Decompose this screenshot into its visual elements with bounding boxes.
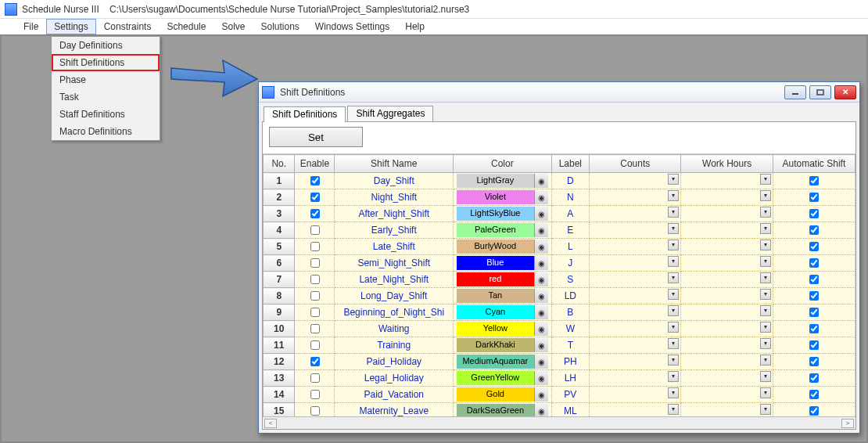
automatic-shift-checkbox[interactable] <box>809 390 819 399</box>
shift-name-cell[interactable]: Late_Night_Shift <box>335 272 454 288</box>
dropdown-icon[interactable]: ▾ <box>760 272 771 283</box>
dropdown-icon[interactable]: ▾ <box>760 240 771 250</box>
dropdown-icon[interactable]: ▾ <box>668 322 679 333</box>
color-picker-button[interactable]: ◉ <box>534 256 548 270</box>
enable-checkbox[interactable] <box>310 242 320 251</box>
column-header[interactable]: Enable <box>295 155 335 173</box>
workhours-cell[interactable]: ▾ <box>681 255 773 272</box>
label-cell[interactable]: J <box>551 255 590 272</box>
row-number[interactable]: 4 <box>264 222 295 239</box>
dropdown-icon[interactable]: ▾ <box>760 256 771 267</box>
dialog-titlebar[interactable]: Shift Definitions ✕ <box>259 82 859 103</box>
label-cell[interactable]: PV <box>551 387 590 403</box>
enable-cell[interactable] <box>295 255 335 272</box>
row-number[interactable]: 14 <box>264 387 295 403</box>
enable-cell[interactable] <box>295 370 335 387</box>
dropdown-icon[interactable]: ▾ <box>760 289 771 300</box>
color-cell[interactable]: Violet◉ <box>454 189 551 206</box>
row-number[interactable]: 6 <box>264 255 295 272</box>
counts-cell[interactable]: ▾ <box>590 272 681 288</box>
workhours-cell[interactable]: ▾ <box>681 173 773 189</box>
menu-solutions[interactable]: Solutions <box>253 19 307 34</box>
counts-cell[interactable]: ▾ <box>590 354 681 370</box>
shift-name-cell[interactable]: Day_Shift <box>335 173 454 189</box>
color-picker-button[interactable]: ◉ <box>534 289 548 303</box>
color-picker-button[interactable]: ◉ <box>534 207 548 221</box>
dropdown-icon[interactable]: ▾ <box>760 371 771 382</box>
color-cell[interactable]: Blue◉ <box>454 255 551 272</box>
color-cell[interactable]: MediumAquamar◉ <box>454 354 551 370</box>
dropdown-item-staff-definitions[interactable]: Staff Definitions <box>52 106 160 123</box>
dropdown-icon[interactable]: ▾ <box>668 207 679 218</box>
dropdown-icon[interactable]: ▾ <box>760 322 771 333</box>
label-cell[interactable]: L <box>551 239 590 255</box>
row-number[interactable]: 3 <box>264 206 295 222</box>
shift-name-cell[interactable]: Night_Shift <box>335 189 454 206</box>
enable-checkbox[interactable] <box>310 176 320 185</box>
dropdown-icon[interactable]: ▾ <box>668 272 679 283</box>
color-cell[interactable]: red◉ <box>454 272 551 288</box>
counts-cell[interactable]: ▾ <box>590 173 681 189</box>
shift-name-cell[interactable]: Waiting <box>335 321 454 337</box>
maximize-button[interactable] <box>809 85 831 99</box>
color-cell[interactable]: DarkKhaki◉ <box>454 337 551 354</box>
automatic-shift-cell[interactable] <box>773 321 855 337</box>
enable-checkbox[interactable] <box>310 390 320 399</box>
dropdown-icon[interactable]: ▾ <box>668 256 679 267</box>
label-cell[interactable]: T <box>551 337 590 354</box>
automatic-shift-cell[interactable] <box>773 403 855 417</box>
workhours-cell[interactable]: ▾ <box>681 222 773 239</box>
enable-checkbox[interactable] <box>310 308 320 317</box>
counts-cell[interactable]: ▾ <box>590 387 681 403</box>
menu-file[interactable]: File <box>16 19 46 34</box>
color-cell[interactable]: LightSkyBlue◉ <box>454 206 551 222</box>
close-button[interactable]: ✕ <box>834 85 856 99</box>
dropdown-icon[interactable]: ▾ <box>668 404 679 415</box>
label-cell[interactable]: A <box>551 206 590 222</box>
counts-cell[interactable]: ▾ <box>590 370 681 387</box>
enable-cell[interactable] <box>295 206 335 222</box>
shift-name-cell[interactable]: Long_Day_Shift <box>335 288 454 304</box>
label-cell[interactable]: E <box>551 222 590 239</box>
color-cell[interactable]: Cyan◉ <box>454 304 551 321</box>
workhours-cell[interactable]: ▾ <box>681 387 773 403</box>
dropdown-icon[interactable]: ▾ <box>760 404 771 415</box>
enable-checkbox[interactable] <box>310 291 320 301</box>
dropdown-icon[interactable]: ▾ <box>760 207 771 218</box>
enable-checkbox[interactable] <box>310 406 320 416</box>
automatic-shift-checkbox[interactable] <box>809 357 819 366</box>
enable-cell[interactable] <box>295 337 335 354</box>
dropdown-icon[interactable]: ▾ <box>668 387 679 398</box>
counts-cell[interactable]: ▾ <box>590 222 681 239</box>
counts-cell[interactable]: ▾ <box>590 255 681 272</box>
dropdown-item-shift-definitions[interactable]: Shift Definitions <box>52 54 160 71</box>
automatic-shift-checkbox[interactable] <box>809 176 819 185</box>
set-button[interactable]: Set <box>269 127 363 147</box>
menu-settings[interactable]: Settings <box>46 19 95 34</box>
enable-cell[interactable] <box>295 189 335 206</box>
color-picker-button[interactable]: ◉ <box>534 371 548 385</box>
automatic-shift-checkbox[interactable] <box>809 406 819 416</box>
tab-shift-definitions[interactable]: Shift Definitions <box>264 106 346 122</box>
workhours-cell[interactable]: ▾ <box>681 370 773 387</box>
column-header[interactable]: No. <box>264 155 295 173</box>
automatic-shift-checkbox[interactable] <box>809 373 819 383</box>
label-cell[interactable]: LH <box>551 370 590 387</box>
label-cell[interactable]: LD <box>551 288 590 304</box>
automatic-shift-checkbox[interactable] <box>809 275 819 284</box>
scroll-right-button[interactable]: > <box>841 419 854 428</box>
row-number[interactable]: 8 <box>264 288 295 304</box>
color-picker-button[interactable]: ◉ <box>534 387 548 402</box>
automatic-shift-checkbox[interactable] <box>809 209 819 218</box>
color-cell[interactable]: LightGray◉ <box>454 173 551 189</box>
color-picker-button[interactable]: ◉ <box>534 174 548 188</box>
automatic-shift-checkbox[interactable] <box>809 291 819 301</box>
dropdown-icon[interactable]: ▾ <box>668 240 679 250</box>
shift-name-cell[interactable]: Training <box>335 337 454 354</box>
automatic-shift-cell[interactable] <box>773 337 855 354</box>
dropdown-icon[interactable]: ▾ <box>760 190 771 201</box>
shift-name-cell[interactable]: Late_Shift <box>335 239 454 255</box>
automatic-shift-checkbox[interactable] <box>809 193 819 202</box>
dropdown-icon[interactable]: ▾ <box>668 223 679 234</box>
automatic-shift-cell[interactable] <box>773 272 855 288</box>
